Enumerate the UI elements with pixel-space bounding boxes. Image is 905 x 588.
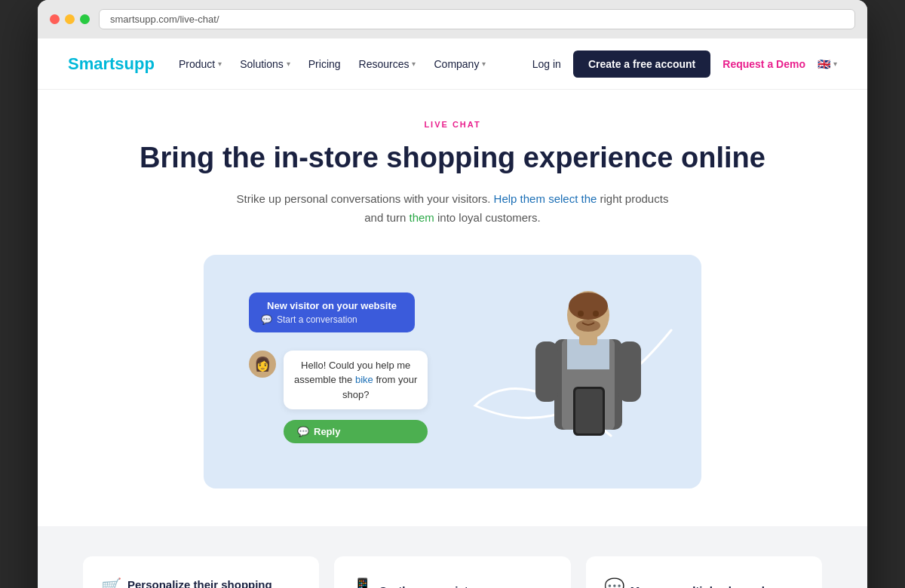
navbar: Smartsupp Product ▾ Solutions ▾ Pricing … bbox=[38, 38, 867, 90]
hero-subtitle: Strike up personal conversations with yo… bbox=[226, 189, 679, 228]
svg-point-10 bbox=[578, 311, 584, 317]
feature-title-0: 🛒 Personalize their shopping experience bbox=[101, 577, 301, 588]
create-account-button[interactable]: Create a free account bbox=[573, 51, 710, 78]
minimize-button[interactable] bbox=[65, 14, 75, 24]
cart-icon: 🛒 bbox=[101, 577, 121, 588]
request-demo-button[interactable]: Request a Demo bbox=[722, 58, 805, 70]
chevron-down-icon: ▾ bbox=[287, 60, 290, 68]
svg-rect-5 bbox=[618, 341, 641, 402]
traffic-lights bbox=[50, 14, 90, 24]
svg-point-12 bbox=[576, 320, 600, 332]
url-bar[interactable]: smartsupp.com/live-chat/ bbox=[99, 9, 855, 29]
person-graphic bbox=[505, 270, 671, 488]
logo[interactable]: Smartsupp bbox=[68, 54, 155, 74]
svg-rect-9 bbox=[579, 332, 597, 345]
svg-point-1 bbox=[569, 292, 608, 320]
maximize-button[interactable] bbox=[80, 14, 90, 24]
feature-title-2: 💬 Manage multiple channels bbox=[604, 577, 804, 588]
svg-point-11 bbox=[593, 311, 599, 317]
user-chat-bubble: 👩 Hello! Could you help me assemble the … bbox=[249, 351, 428, 410]
chat-area: New visitor on your website 💬 Start a co… bbox=[249, 292, 428, 444]
user-avatar: 👩 bbox=[249, 351, 276, 378]
logo-smart: Smart bbox=[68, 54, 115, 73]
feature-card-1: 📱 On-the-go assistance Stay in touch wit… bbox=[334, 556, 570, 588]
close-button[interactable] bbox=[50, 14, 60, 24]
hero-section: LIVE CHAT Bring the in-store shopping ex… bbox=[38, 90, 867, 526]
browser-content: Smartsupp Product ▾ Solutions ▾ Pricing … bbox=[38, 38, 867, 588]
user-message: Hello! Could you help me assemble the bi… bbox=[284, 351, 428, 410]
nav-resources[interactable]: Resources ▾ bbox=[359, 58, 416, 70]
browser-window: smartsupp.com/live-chat/ Smartsupp Produ… bbox=[38, 0, 867, 588]
notification-bubble: New visitor on your website 💬 Start a co… bbox=[249, 292, 415, 332]
reply-button[interactable]: 💬 Reply bbox=[284, 420, 428, 443]
nav-pricing[interactable]: Pricing bbox=[308, 58, 341, 70]
notification-sub: 💬 Start a conversation bbox=[261, 314, 403, 325]
logo-supp: supp bbox=[115, 54, 155, 73]
hero-subtitle-help: Help them select the bbox=[494, 192, 600, 205]
mobile-icon: 📱 bbox=[352, 577, 373, 588]
feature-card-0: 🛒 Personalize their shopping experience … bbox=[83, 556, 319, 588]
features-section: 🛒 Personalize their shopping experience … bbox=[38, 526, 867, 588]
svg-rect-4 bbox=[535, 341, 558, 402]
live-chat-badge: LIVE CHAT bbox=[83, 120, 822, 129]
chevron-down-icon: ▾ bbox=[412, 60, 416, 68]
hero-title: Bring the in-store shopping experience o… bbox=[83, 141, 822, 176]
feature-card-2: 💬 Manage multiple channels Live chat, em… bbox=[586, 556, 822, 588]
browser-titlebar: smartsupp.com/live-chat/ bbox=[38, 0, 867, 38]
chat-icon: 💬 bbox=[604, 577, 624, 588]
chevron-down-icon: ▾ bbox=[218, 60, 222, 68]
chevron-down-icon: ▾ bbox=[482, 60, 486, 68]
nav-company[interactable]: Company ▾ bbox=[434, 58, 486, 70]
language-selector[interactable]: 🇬🇧 ▾ bbox=[818, 58, 837, 70]
svg-rect-7 bbox=[575, 389, 603, 433]
nav-links: Product ▾ Solutions ▾ Pricing Resources … bbox=[179, 58, 532, 70]
nav-right: Log in Create a free account Request a D… bbox=[532, 51, 837, 78]
demo-graphic: New visitor on your website 💬 Start a co… bbox=[204, 255, 701, 488]
feature-title-1: 📱 On-the-go assistance bbox=[352, 577, 552, 588]
login-button[interactable]: Log in bbox=[532, 58, 561, 70]
nav-product[interactable]: Product ▾ bbox=[179, 58, 222, 70]
chevron-down-icon: ▾ bbox=[833, 60, 837, 68]
nav-solutions[interactable]: Solutions ▾ bbox=[240, 58, 290, 70]
